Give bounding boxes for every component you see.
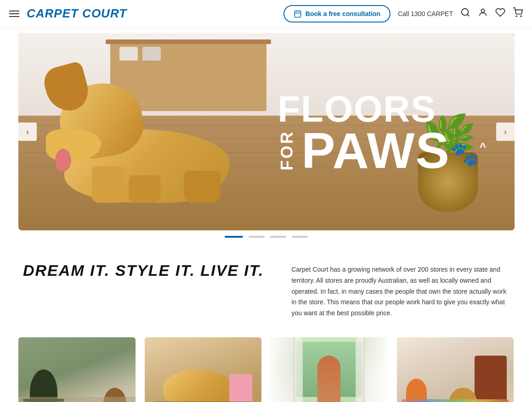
hero-for-paws-row: FOR PAWS🐾^ [277,128,487,173]
call-text: Call 1300 CARPET [398,10,453,17]
hero-banner: 🌿 🌿 FLOORS FOR PAWS🐾^ ‹ › [18,33,515,230]
hero-dot-4[interactable] [292,236,308,238]
wishlist-icon[interactable] [495,7,505,20]
header-left: CARPET COURT [9,6,127,21]
svg-point-7 [516,16,517,17]
tagline-section: DREAM IT. STYLE IT. LIVE IT. Carpet Cour… [0,243,532,337]
tagline-left: DREAM IT. STYLE IT. LIVE IT. [23,262,264,279]
hero-for-text: FOR [277,130,297,170]
calendar-icon [294,10,302,18]
category-flooring[interactable]: FLOORING [145,337,262,402]
hero-dots [18,236,514,238]
hero-prev-button[interactable]: ‹ [18,123,37,141]
category-carpet[interactable]: CARPET [18,337,136,402]
hero-dot-3[interactable] [270,236,286,238]
category-carpet-image [18,337,136,402]
hero-dot-1[interactable] [225,236,243,238]
hero-next-button[interactable]: › [496,123,515,141]
account-icon[interactable] [478,7,488,20]
tagline-description: Carpet Court has a growing network of ov… [291,264,509,319]
svg-line-5 [467,14,469,16]
hero-paws-text: PAWS🐾^ [301,128,487,173]
svg-point-8 [521,16,521,17]
header-right: Book a free consultation Call 1300 CARPE… [283,5,523,22]
book-consultation-button[interactable]: Book a free consultation [283,5,391,22]
category-rugs-image [397,337,514,402]
category-rugs[interactable]: RUGS [397,337,514,402]
header: CARPET COURT Book a free consultation Ca… [0,0,532,28]
hamburger-menu-icon[interactable] [9,11,19,17]
hero-dot-2[interactable] [249,236,265,238]
search-icon[interactable] [460,7,470,20]
category-curtains-image [271,337,388,402]
hero-text-overlay: FLOORS FOR PAWS🐾^ [277,91,487,173]
svg-rect-0 [294,11,301,17]
category-curtains[interactable]: CURTAINS & BLINDS [271,337,388,402]
svg-point-4 [462,9,469,16]
category-flooring-image [145,337,262,402]
tagline-right: Carpet Court has a growing network of ov… [291,262,509,319]
cart-icon[interactable] [513,7,523,20]
category-section: CARPET FLOORING CURTAINS & [0,337,532,402]
logo: CARPET COURT [27,6,127,21]
svg-point-6 [481,9,484,12]
hero-section: 🌿 🌿 FLOORS FOR PAWS🐾^ ‹ › [0,28,532,243]
tagline-text: DREAM IT. STYLE IT. LIVE IT. [23,262,264,279]
dog-shape [37,84,257,203]
